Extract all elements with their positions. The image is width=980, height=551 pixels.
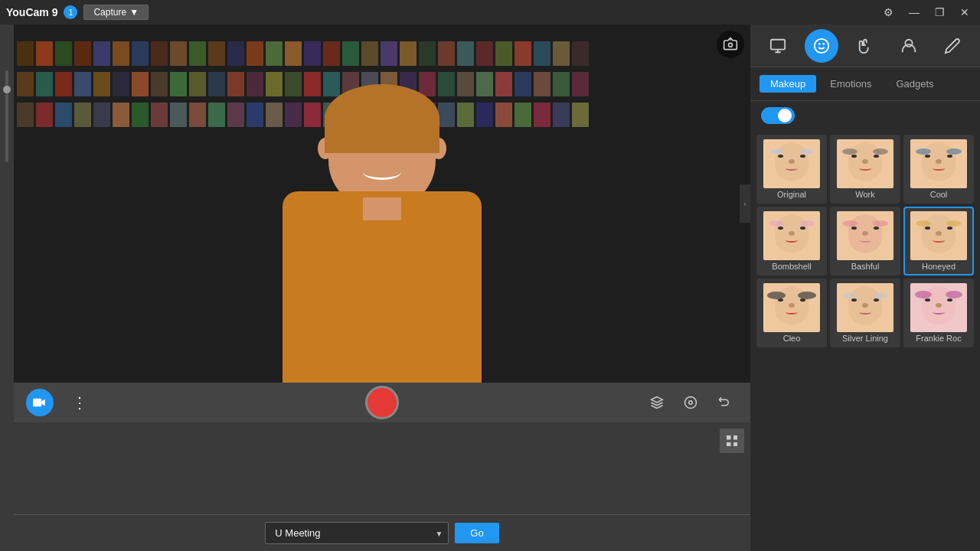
settings-button[interactable]: ⚙ bbox=[879, 5, 898, 20]
capture-dropdown-icon: ▼ bbox=[129, 7, 139, 18]
rp-gesture-button[interactable] bbox=[848, 29, 882, 63]
svg-rect-1 bbox=[33, 399, 41, 407]
toggle-row bbox=[750, 101, 980, 132]
right-panel: Makeup Emotions Gadgets bbox=[750, 24, 980, 551]
person-silhouette bbox=[237, 92, 528, 383]
titlebar-left: YouCam 9 1 Capture ▼ bbox=[6, 5, 149, 20]
makeup-item-cleo[interactable]: Cleo bbox=[756, 279, 827, 347]
zoom-slider-thumb[interactable] bbox=[3, 86, 11, 93]
makeup-item-work[interactable]: Work bbox=[830, 135, 900, 204]
notification-badge: 1 bbox=[69, 8, 74, 17]
makeup-item-bashful[interactable]: Bashful bbox=[830, 207, 900, 276]
makeup-item-silver-lining[interactable]: Silver Lining bbox=[830, 279, 900, 347]
makeup-label-work: Work bbox=[855, 190, 874, 199]
makeup-label-cool: Cool bbox=[930, 190, 948, 199]
tab-emotions[interactable]: Emotions bbox=[819, 75, 882, 93]
video-frame: ‹ bbox=[14, 24, 750, 383]
svg-rect-12 bbox=[771, 39, 785, 49]
makeup-label-honeyed: Honeyed bbox=[922, 262, 956, 271]
restore-button[interactable]: ❐ bbox=[930, 5, 949, 20]
makeup-label-original: Original bbox=[777, 190, 806, 199]
svg-point-13 bbox=[815, 38, 828, 52]
svg-point-2 bbox=[685, 397, 697, 409]
rp-tabs: Makeup Emotions Gadgets bbox=[750, 67, 980, 101]
video-preview bbox=[14, 24, 750, 383]
makeup-label-cleo: Cleo bbox=[783, 334, 801, 343]
makeup-face-honeyed bbox=[910, 211, 967, 260]
undo-button[interactable] bbox=[710, 389, 738, 416]
svg-point-0 bbox=[729, 43, 733, 47]
rp-toolbar bbox=[750, 24, 980, 67]
tab-makeup[interactable]: Makeup bbox=[760, 75, 816, 93]
close-button[interactable]: ✕ bbox=[956, 5, 974, 20]
record-button[interactable] bbox=[365, 386, 399, 419]
tab-gadgets[interactable]: Gadgets bbox=[885, 75, 944, 93]
svg-rect-7 bbox=[733, 442, 737, 446]
titlebar-right: ⚙ — ❐ ✕ bbox=[879, 5, 974, 20]
makeup-item-bombshell[interactable]: Bombshell bbox=[756, 207, 827, 276]
notification-icon[interactable]: 1 bbox=[64, 5, 77, 19]
makeup-label-frankie-roc: Frankie Roc bbox=[916, 334, 961, 343]
main-content: ‹ ⋮ bbox=[0, 24, 980, 551]
minimize-button[interactable]: — bbox=[904, 5, 924, 20]
zoom-slider[interactable] bbox=[5, 70, 8, 162]
makeup-face-original bbox=[763, 139, 820, 188]
meeting-select-wrapper: U Meeting Zoom Teams Skype ▼ bbox=[265, 522, 449, 544]
makeup-label-bombshell: Bombshell bbox=[772, 262, 811, 271]
go-button[interactable]: Go bbox=[455, 523, 498, 543]
app-title: YouCam 9 bbox=[6, 6, 57, 18]
meeting-select[interactable]: U Meeting Zoom Teams Skype bbox=[265, 522, 449, 544]
scroll-arrow[interactable]: ‹ bbox=[740, 184, 750, 223]
svg-rect-6 bbox=[727, 442, 730, 446]
titlebar: YouCam 9 1 Capture ▼ ⚙ — ❐ ✕ bbox=[0, 0, 980, 24]
upload-camera-icon[interactable] bbox=[717, 31, 744, 58]
makeup-face-bashful bbox=[837, 211, 893, 260]
makeup-face-frankie-roc bbox=[910, 283, 967, 332]
svg-rect-8 bbox=[727, 439, 730, 440]
svg-rect-10 bbox=[730, 435, 731, 439]
svg-rect-9 bbox=[733, 439, 737, 440]
makeup-grid: Original Work bbox=[750, 132, 980, 350]
makeup-face-cool bbox=[910, 139, 967, 188]
layers-button[interactable] bbox=[643, 389, 671, 416]
toggle-thumb bbox=[778, 109, 792, 122]
effects-button[interactable] bbox=[677, 389, 704, 416]
rp-pen-button[interactable] bbox=[936, 29, 969, 63]
makeup-face-bombshell bbox=[763, 211, 820, 260]
controls-bar: ⋮ bbox=[14, 383, 750, 422]
person-neck bbox=[363, 197, 401, 220]
makeup-item-cool[interactable]: Cool bbox=[903, 135, 974, 204]
makeup-item-honeyed[interactable]: Honeyed bbox=[903, 207, 974, 276]
makeup-face-silver-lining bbox=[837, 283, 893, 332]
right-controls bbox=[643, 389, 738, 416]
makeup-item-frankie-roc[interactable]: Frankie Roc bbox=[903, 279, 974, 347]
bottom-bar: U Meeting Zoom Teams Skype ▼ Go bbox=[14, 514, 750, 551]
grid-view-button[interactable] bbox=[720, 429, 744, 453]
person-hair bbox=[325, 84, 439, 153]
makeup-label-bashful: Bashful bbox=[851, 262, 880, 271]
svg-rect-4 bbox=[727, 435, 730, 439]
makeup-face-cleo bbox=[763, 283, 820, 332]
camera-toggle-button[interactable] bbox=[26, 389, 54, 416]
timeline-area bbox=[14, 422, 750, 514]
svg-rect-5 bbox=[733, 435, 737, 439]
makeup-label-silver-lining: Silver Lining bbox=[842, 334, 888, 343]
rp-emoji-button[interactable] bbox=[805, 29, 838, 63]
more-options-button[interactable]: ⋮ bbox=[66, 389, 93, 416]
more-icon: ⋮ bbox=[72, 395, 87, 410]
rp-screen-button[interactable] bbox=[761, 29, 795, 63]
makeup-item-original[interactable]: Original bbox=[756, 135, 827, 204]
svg-point-3 bbox=[689, 401, 693, 405]
makeup-toggle[interactable] bbox=[761, 107, 795, 124]
svg-rect-11 bbox=[730, 442, 731, 446]
left-panel bbox=[0, 24, 14, 551]
capture-button[interactable]: Capture ▼ bbox=[83, 5, 149, 20]
rp-face-button[interactable] bbox=[892, 29, 926, 63]
makeup-face-work bbox=[837, 139, 893, 188]
video-container: ‹ ⋮ bbox=[14, 24, 750, 551]
